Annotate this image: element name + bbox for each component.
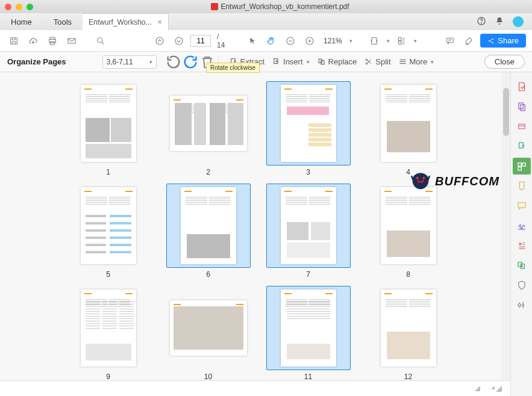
fit-caret-icon[interactable]: ▾ [387,38,390,44]
print-icon[interactable] [45,33,60,49]
scrollbar[interactable] [502,72,510,380]
scroll-thumb[interactable] [503,88,509,136]
svg-point-38 [422,177,425,179]
rail-settings-icon[interactable] [513,297,531,314]
share-button[interactable]: Share [480,34,526,48]
document-tab[interactable]: Entwurf_Worksho... × [83,13,169,30]
page-thumb[interactable] [66,81,151,166]
page-preview [81,289,136,367]
page-thumb[interactable] [266,286,351,370]
main-toolbar: / 14 121% ▾ ▾ ▾ Share [0,30,532,52]
page-view-icon[interactable] [393,33,409,49]
svg-point-23 [366,59,368,61]
svg-point-37 [416,177,419,179]
rail-redact-icon[interactable] [513,237,531,254]
svg-rect-28 [519,143,523,148]
page-thumb[interactable] [366,81,451,166]
page-input[interactable] [190,35,211,47]
zoom-in-icon[interactable] [302,33,318,49]
page-thumb[interactable] [266,184,351,268]
rail-combine-icon[interactable] [513,138,531,155]
rail-protect-icon[interactable] [513,257,531,274]
page-thumb[interactable] [66,184,151,268]
page-preview [170,300,247,356]
page-range-select[interactable]: 3,6-7,11 ▾ [102,55,157,69]
select-tool-icon[interactable] [245,33,260,49]
tools-tab[interactable]: Tools [43,13,83,30]
more-caret-icon: ▾ [431,59,434,65]
save-icon[interactable] [6,33,22,49]
svg-point-8 [156,37,163,45]
svg-rect-32 [518,203,525,208]
page-up-icon[interactable] [152,33,167,49]
close-window-icon[interactable] [5,4,11,10]
main-area: 123456789101112 [0,72,532,396]
svg-point-9 [175,37,183,45]
comment-icon[interactable] [442,33,458,49]
page-thumb[interactable] [166,286,251,370]
page-number: 10 [204,373,212,381]
mail-icon[interactable] [64,33,80,49]
help-icon[interactable] [477,16,486,28]
thumbnail-area[interactable]: 123456789101112 [0,72,510,396]
page-cell: 11 [266,286,351,381]
insert-caret-icon: ▾ [307,59,310,65]
more-icon [398,57,407,66]
page-cell: 10 [166,286,251,381]
rail-shield-icon[interactable] [513,277,531,294]
zoom-small-icon[interactable] [475,386,480,391]
split-label: Split [375,57,390,66]
tooltip: Rotate clockwise [206,63,260,73]
split-icon [364,57,373,66]
user-avatar[interactable] [513,16,524,27]
cloud-icon[interactable] [25,33,41,49]
window-title: Entwurf_Workshop_vb_kommentiert.pdf [221,2,349,11]
svg-point-16 [489,40,490,42]
more-label: More [410,57,428,66]
page-preview [381,85,436,162]
insert-button[interactable]: Insert ▾ [268,57,313,66]
more-button[interactable]: More ▾ [395,57,438,66]
svg-rect-15 [446,38,453,42]
svg-point-35 [518,304,521,307]
rail-edit-pdf-icon[interactable] [513,98,531,115]
highlight-icon[interactable] [461,33,477,49]
close-tab-icon[interactable]: × [158,17,163,26]
home-tab[interactable]: Home [0,13,43,30]
rail-create-pdf-icon[interactable] [513,118,531,135]
zoom-large-icon[interactable] [491,386,502,392]
bell-icon[interactable] [495,16,504,28]
page-preview [170,96,247,151]
rail-comment-icon[interactable] [513,197,531,214]
insert-label: Insert [283,57,303,66]
hand-tool-icon[interactable] [264,33,280,49]
rail-sign-icon[interactable] [513,217,531,234]
page-down-icon[interactable] [171,33,187,49]
watermark-logo-icon [410,171,431,191]
rotate-cw-icon[interactable] [182,54,199,70]
page-thumb[interactable] [166,184,251,268]
view-caret-icon[interactable]: ▾ [414,38,417,44]
search-icon[interactable] [93,33,109,49]
fit-width-icon[interactable] [366,33,382,49]
zoom-out-icon[interactable] [283,33,298,49]
close-panel-button[interactable]: Close [484,55,525,69]
page-number: 5 [106,270,110,279]
split-button[interactable]: Split [360,57,394,66]
page-cell: 1 [66,81,151,176]
maximize-window-icon[interactable] [27,4,33,10]
page-thumb[interactable] [66,286,151,370]
rail-organize-icon[interactable] [513,158,531,175]
page-thumb[interactable] [166,81,251,166]
page-thumb[interactable] [366,286,451,370]
minimize-window-icon[interactable] [16,4,22,10]
rotate-ccw-icon[interactable] [165,54,182,70]
right-tool-rail [510,72,532,396]
page-thumb[interactable] [266,81,351,166]
rail-export-pdf-icon[interactable] [513,78,531,95]
rail-fill-sign-icon[interactable] [513,178,531,194]
zoom-caret-icon[interactable]: ▾ [349,38,352,44]
page-cell: 8 [366,184,451,279]
page-thumb[interactable] [366,184,451,268]
replace-button[interactable]: Replace [313,57,361,66]
